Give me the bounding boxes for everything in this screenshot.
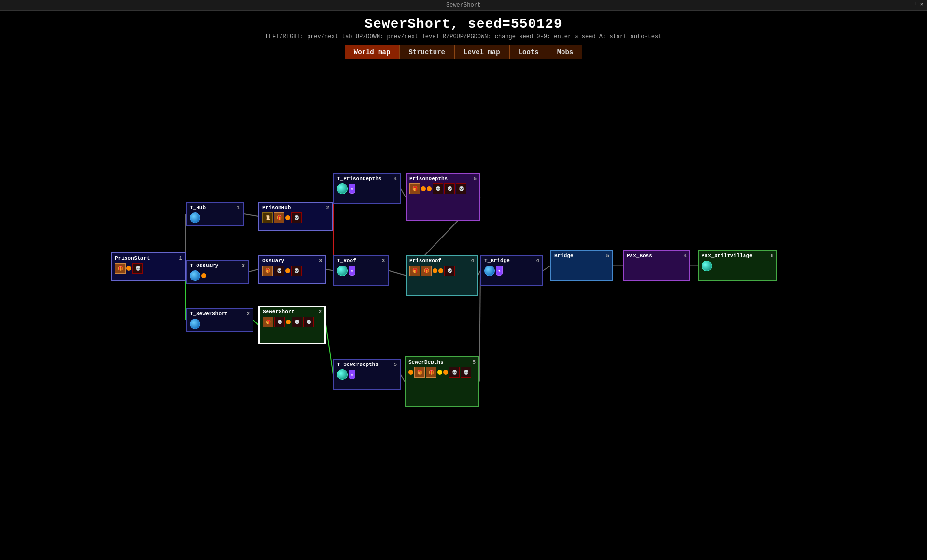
- tab-loots[interactable]: Loots: [509, 45, 548, 59]
- node-label-prison-hub: PrisonHub: [262, 205, 291, 210]
- node-level-prison-depths: 5: [473, 176, 477, 182]
- node-t-hub[interactable]: T_Hub1: [186, 202, 244, 226]
- node-level-prison-hub: 2: [326, 205, 329, 210]
- node-icons-sewer-depths: 🎁🎁💀💀: [408, 367, 476, 378]
- svg-line-11: [389, 271, 406, 276]
- svg-line-10: [401, 189, 406, 197]
- node-level-t-roof: 3: [381, 258, 385, 264]
- window-controls[interactable]: — □ ✕: [906, 1, 923, 7]
- node-label-t-bridge: T_Bridge: [484, 258, 510, 264]
- minimize-button[interactable]: —: [906, 1, 909, 7]
- node-label-sewer-depths: SewerDepths: [408, 359, 444, 365]
- node-icons-prison-start: 🎁💀: [115, 263, 182, 274]
- node-icons-ossuary: 🎁💀💀: [262, 266, 322, 276]
- node-level-bridge: 5: [606, 253, 609, 259]
- node-prison-hub[interactable]: PrisonHub2📜🎁💀: [258, 202, 333, 231]
- node-level-prison-roof: 4: [471, 258, 474, 264]
- node-pax-stilt-village[interactable]: Pax_StiltVillage6: [698, 250, 777, 281]
- node-prison-depths[interactable]: PrisonDepths5🎁💀💀💀: [406, 173, 480, 221]
- maximize-button[interactable]: □: [913, 1, 916, 7]
- tab-bar: World map Structure Level map Loots Mobs: [0, 45, 927, 59]
- node-icons-sewer-short: 🎁💀💀💀: [263, 317, 322, 327]
- svg-line-3: [244, 214, 258, 216]
- app-name: SewerShort: [4, 2, 923, 9]
- node-level-pax-boss: 4: [683, 253, 687, 259]
- svg-line-15: [479, 271, 480, 382]
- map-area: PrisonStart1🎁💀T_Hub1T_Ossuary3T_SewerSho…: [0, 69, 927, 560]
- node-label-bridge: Bridge: [554, 253, 574, 259]
- node-label-t-roof: T_Roof: [337, 258, 356, 264]
- node-icons-prison-depths: 🎁💀💀💀: [409, 183, 477, 194]
- node-label-t-prison-depths: T_PrisonDepths: [337, 176, 381, 182]
- svg-line-12: [401, 375, 405, 382]
- node-level-prison-start: 1: [179, 255, 182, 261]
- node-icons-prison-roof: 🎁🎁💀: [409, 266, 474, 276]
- tab-structure[interactable]: Structure: [399, 45, 454, 59]
- node-level-sewer-depths: 5: [472, 359, 476, 365]
- tab-world-map[interactable]: World map: [345, 45, 400, 59]
- node-t-bridge[interactable]: T_Bridge4⚗: [480, 255, 543, 286]
- node-label-prison-start: PrisonStart: [115, 255, 150, 261]
- node-label-pax-stilt-village: Pax_StiltVillage: [702, 253, 753, 259]
- node-t-roof[interactable]: T_Roof3⚗: [333, 255, 389, 286]
- node-sewer-short[interactable]: SewerShort2🎁💀💀💀: [258, 306, 326, 344]
- subtitle: LEFT/RIGHT: prev/next tab UP/DOWN: prev/…: [0, 33, 927, 40]
- svg-line-8: [326, 269, 333, 271]
- node-level-sewer-short: 2: [318, 309, 322, 315]
- node-level-t-hub: 1: [237, 205, 240, 210]
- node-icons-t-hub: [190, 212, 240, 223]
- node-level-t-ossuary: 3: [241, 263, 245, 268]
- node-level-t-bridge: 4: [536, 258, 539, 264]
- node-level-pax-stilt-village: 6: [770, 253, 773, 259]
- node-level-t-prison-depths: 4: [393, 176, 397, 182]
- node-label-t-ossuary: T_Ossuary: [190, 263, 218, 268]
- node-icons-t-sewer-short: [190, 319, 250, 329]
- node-label-t-sewer-depths: T_SewerDepths: [337, 362, 379, 367]
- node-icons-t-sewer-depths: ⚗: [337, 369, 397, 380]
- svg-line-4: [249, 269, 258, 272]
- svg-line-16: [543, 266, 550, 271]
- node-level-t-sewer-depths: 5: [393, 362, 397, 367]
- node-icons-t-prison-depths: ⚗: [337, 183, 397, 194]
- node-ossuary[interactable]: Ossuary3🎁💀💀: [258, 255, 326, 284]
- node-level-ossuary: 3: [319, 258, 322, 264]
- tab-level-map[interactable]: Level map: [454, 45, 509, 59]
- node-label-prison-depths: PrisonDepths: [409, 176, 448, 182]
- node-icons-pax-stilt-village: [702, 261, 773, 271]
- connection-lines: [0, 69, 927, 560]
- node-label-t-sewer-short: T_SewerShort: [190, 311, 228, 317]
- node-icons-t-ossuary: [190, 270, 245, 281]
- node-icons-t-roof: ⚗: [337, 266, 385, 276]
- node-label-prison-roof: PrisonRoof: [409, 258, 441, 264]
- node-t-prison-depths[interactable]: T_PrisonDepths4⚗: [333, 173, 401, 204]
- page-title: SewerShort, seed=550129: [0, 11, 927, 33]
- node-icons-t-bridge: ⚗: [484, 266, 539, 276]
- node-label-pax-boss: Pax_Boss: [627, 253, 652, 259]
- title-bar: SewerShort — □ ✕: [0, 0, 927, 11]
- node-prison-start[interactable]: PrisonStart1🎁💀: [111, 252, 186, 281]
- svg-line-9: [326, 325, 333, 375]
- node-prison-roof[interactable]: PrisonRoof4🎁🎁💀: [406, 255, 478, 296]
- node-icons-prison-hub: 📜🎁💀: [262, 212, 329, 223]
- node-label-sewer-short: SewerShort: [263, 309, 295, 315]
- node-t-sewer-depths[interactable]: T_SewerDepths5⚗: [333, 359, 401, 390]
- node-t-ossuary[interactable]: T_Ossuary3: [186, 260, 249, 284]
- node-sewer-depths[interactable]: SewerDepths5🎁🎁💀💀: [405, 356, 479, 407]
- tab-mobs[interactable]: Mobs: [548, 45, 583, 59]
- node-pax-boss[interactable]: Pax_Boss4: [623, 250, 690, 281]
- close-button[interactable]: ✕: [920, 1, 923, 7]
- node-level-t-sewer-short: 2: [246, 311, 250, 317]
- node-label-t-hub: T_Hub: [190, 205, 206, 210]
- node-label-ossuary: Ossuary: [262, 258, 284, 264]
- node-bridge[interactable]: Bridge5: [550, 250, 613, 281]
- node-t-sewer-short[interactable]: T_SewerShort2: [186, 308, 253, 332]
- svg-line-5: [253, 320, 258, 325]
